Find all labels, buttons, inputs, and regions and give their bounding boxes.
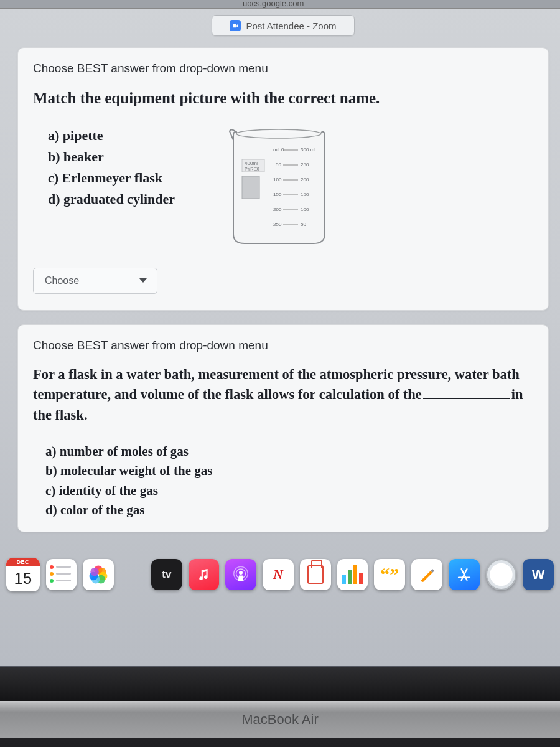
question-card-2: Choose BEST answer from drop-down menu F…: [17, 324, 549, 532]
question1-instruction: Choose BEST answer from drop-down menu: [33, 62, 533, 75]
dock-podcasts[interactable]: [225, 559, 256, 590]
device-label: MacBook Air: [241, 712, 319, 728]
svg-point-29: [91, 568, 100, 576]
dock-quotes-icon[interactable]: “”: [374, 559, 405, 590]
dock-photos[interactable]: [83, 559, 114, 590]
svg-text:150: 150: [301, 192, 309, 197]
dock-reminders[interactable]: [46, 559, 77, 590]
option-c: c) identity of the gas: [45, 481, 533, 501]
dock-thumbtack-icon[interactable]: [300, 559, 331, 590]
question2-instruction: Choose BEST answer from drop-down menu: [33, 339, 533, 352]
calendar-month: DEC: [6, 558, 40, 566]
question-card-1: Choose BEST answer from drop-down menu M…: [17, 47, 549, 311]
svg-text:250: 250: [273, 222, 282, 227]
svg-text:50: 50: [276, 162, 281, 167]
zoom-icon: [230, 20, 241, 31]
dock-calendar[interactable]: DEC 15: [6, 558, 40, 591]
window-tab-zoom[interactable]: Post Attendee - Zoom: [212, 15, 355, 36]
question2-text-before: For a flask in a water bath, measurement…: [33, 367, 520, 403]
option-d: d) graduated cylinder: [48, 189, 175, 210]
question2-text: For a flask in a water bath, measurement…: [33, 365, 533, 426]
option-b: b) molecular weight of the gas: [45, 461, 533, 481]
question1-heading: Match the equipment picture with the cor…: [33, 88, 533, 109]
url-fragment: uocs.google.com: [243, 0, 304, 8]
svg-text:PYREX: PYREX: [245, 167, 259, 171]
dock-music[interactable]: [189, 559, 220, 590]
svg-text:mL 0: mL 0: [273, 147, 284, 153]
svg-text:300 ml: 300 ml: [301, 147, 315, 153]
question2-options: a) number of moles of gas b) molecular w…: [33, 442, 533, 520]
dock-appstore[interactable]: [449, 559, 480, 590]
fill-blank: [423, 398, 510, 399]
dock-appletv[interactable]: tv: [151, 559, 182, 590]
option-a: a) number of moles of gas: [45, 442, 533, 462]
question1-options: a) pipette b) beaker c) Erlenmeyer flask…: [33, 125, 175, 210]
browser-tab-bar: uocs.google.com: [0, 0, 560, 9]
dock-safari[interactable]: [486, 559, 517, 590]
laptop-body: MacBook Air: [0, 667, 560, 747]
svg-text:200: 200: [273, 207, 282, 212]
dropdown-label: Choose: [45, 275, 79, 286]
dock-word[interactable]: W: [523, 559, 554, 590]
svg-text:400ml: 400ml: [245, 161, 258, 166]
tab-title: Post Attendee - Zoom: [246, 21, 336, 31]
chevron-down-icon: [139, 278, 147, 283]
option-d: d) color of the gas: [45, 500, 533, 520]
svg-text:50: 50: [301, 222, 306, 227]
svg-text:150: 150: [273, 192, 282, 197]
answer-dropdown-1[interactable]: Choose: [33, 268, 157, 294]
dock-numbers[interactable]: [337, 559, 368, 590]
svg-text:100: 100: [301, 207, 309, 212]
option-c: c) Erlenmeyer flask: [48, 167, 175, 189]
dock-news[interactable]: N: [263, 559, 294, 590]
tv-label: tv: [162, 568, 171, 581]
svg-rect-4: [242, 176, 259, 199]
dock-pages[interactable]: [411, 559, 442, 590]
calendar-day: 15: [6, 566, 40, 591]
beaker-image: 400ml PYREX mL 0300 ml 50250 100200 1501…: [225, 125, 334, 247]
option-b: b) beaker: [48, 146, 175, 167]
svg-text:200: 200: [301, 177, 309, 182]
svg-text:100: 100: [273, 177, 282, 182]
svg-text:250: 250: [301, 162, 309, 167]
option-a: a) pipette: [48, 125, 175, 146]
svg-point-30: [239, 571, 243, 575]
macos-dock: DEC 15 tv N “” W: [0, 555, 560, 594]
